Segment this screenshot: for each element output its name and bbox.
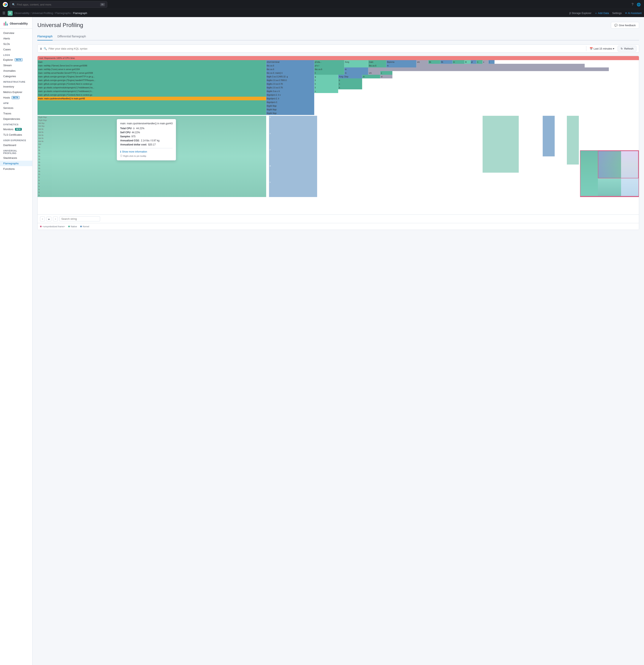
sidebar-item-hosts[interactable]: Hosts BETA xyxy=(0,95,32,100)
elastic-logo-icon[interactable] xyxy=(2,2,8,7)
flame-block[interactable]: main: go.elastic.co/apm/module/apmgin/v2… xyxy=(38,86,266,89)
flame-block[interactable]: libgobject-2. xyxy=(266,100,314,104)
sidebar-item-flamegraphs[interactable]: Flamegraphs xyxy=(0,161,32,166)
nav-up-button[interactable]: ▲ xyxy=(46,216,51,222)
flame-block[interactable]: libgobject-2. li v xyxy=(266,93,314,97)
flame-block[interactable]: main: go.elastic.co/apm/module/apmgin/v2… xyxy=(38,89,266,93)
sidebar-item-cases[interactable]: Cases xyxy=(0,47,32,52)
filter-input[interactable] xyxy=(48,47,585,50)
flame-block-highlighted[interactable]: main: main.cpuIntensiveHandler() in main… xyxy=(38,97,266,100)
flame-block[interactable]: libc.so.6 xyxy=(314,68,344,71)
add-data-link[interactable]: ＋ Add Data xyxy=(595,12,609,15)
flame-block[interactable]: li xyxy=(314,86,338,89)
nav-back-button[interactable]: ‹ xyxy=(40,216,45,222)
filter-icon[interactable]: ⧗ xyxy=(40,47,42,50)
flame-block[interactable]: li xyxy=(314,71,344,75)
sidebar-item-functions[interactable]: Functions xyxy=(0,166,32,172)
flame-block[interactable]: n xyxy=(476,60,483,64)
sidebar-item-metrics-explorer[interactable]: Metrics Explorer xyxy=(0,89,32,95)
sidebar-item-stream[interactable]: Stream xyxy=(0,62,32,68)
flame-block[interactable]: Xorg: Disp xyxy=(338,75,362,78)
tab-flamegraph[interactable]: Flamegraph xyxy=(37,33,53,40)
breadcrumb-observability[interactable]: Observability xyxy=(14,12,30,15)
flame-block[interactable]: pl xyxy=(471,60,477,64)
flame-block[interactable]: li xyxy=(314,82,338,86)
search-input[interactable] xyxy=(17,3,98,6)
sidebar-item-slos[interactable]: SLOs xyxy=(0,41,32,47)
nav-forward-button[interactable]: › xyxy=(53,216,58,222)
tab-differential-flamegraph[interactable]: Differential flamegraph xyxy=(57,33,86,40)
flame-block[interactable] xyxy=(416,64,585,68)
sidebar-item-dashboard[interactable]: Dashboard xyxy=(0,142,32,148)
flame-block[interactable]: main: net/http.(*conn).serve in server.g… xyxy=(38,68,266,71)
flame-block[interactable]: n xyxy=(338,82,362,86)
flame-block[interactable] xyxy=(38,104,266,108)
flame-block[interactable]: libgtk-3.so.0.2405.32: g xyxy=(266,75,314,78)
flame-block[interactable]: pf-s l xyxy=(314,64,344,68)
sidebar-item-monitors[interactable]: Monitors NEW xyxy=(0,127,32,132)
storage-explorer-link[interactable]: β Storage Explorer xyxy=(569,12,591,15)
show-more-information-link[interactable]: ℹ Show more information xyxy=(120,150,173,153)
flame-block[interactable] xyxy=(344,64,368,68)
globe-icon[interactable]: 🌐 xyxy=(636,2,642,7)
ai-assistant-link[interactable]: ✦ AI Assistant xyxy=(625,12,642,15)
flame-block[interactable]: lit xyxy=(465,60,471,64)
flame-block[interactable]: vm xyxy=(368,71,380,75)
flame-block[interactable]: Xorg xyxy=(344,60,368,64)
flame-block[interactable]: libgdk-3.so.c li: xyxy=(266,89,314,93)
sidebar-item-traces[interactable]: Traces xyxy=(0,111,32,116)
flame-block[interactable]: m xyxy=(344,71,368,75)
flame-block[interactable]: lib xyxy=(428,60,441,64)
flame-block[interactable]: libglib-2.0.so.0.7800.0: xyxy=(266,78,314,82)
flame-block[interactable]: main xyxy=(368,60,386,64)
flame-block[interactable]: m xyxy=(362,75,380,78)
flame-block[interactable] xyxy=(368,68,609,71)
flame-block[interactable]: i xyxy=(488,60,494,64)
flame-block[interactable] xyxy=(38,111,266,115)
flame-block[interactable]: libgdk libgc xyxy=(266,111,314,115)
user-avatar[interactable]: D xyxy=(8,11,13,16)
flame-block[interactable]: lib xyxy=(441,60,452,64)
global-search[interactable]: 🔍 ⌘/ xyxy=(10,1,107,8)
flame-block[interactable]: li xyxy=(314,78,338,82)
flame-block[interactable]: vm xyxy=(416,60,428,64)
date-picker[interactable]: 📅 Last 15 minutes ▾ xyxy=(588,47,616,50)
flame-block[interactable]: x xyxy=(483,60,489,64)
sidebar-item-tls-certificates[interactable]: TLS Certificates xyxy=(0,132,32,137)
flame-block[interactable]: vi xyxy=(380,75,392,78)
flame-block[interactable]: pf-ela... xyxy=(314,60,344,64)
flame-block[interactable] xyxy=(38,108,266,111)
flame-block[interactable]: libpixma xyxy=(386,60,416,64)
sidebar-item-dependencies[interactable]: Dependencies xyxy=(0,116,32,122)
flame-block[interactable]: n xyxy=(338,78,362,82)
settings-link[interactable]: Settings xyxy=(612,12,622,15)
breadcrumb-universal-profiling[interactable]: Universal Profiling xyxy=(32,12,53,15)
sidebar-item-inventory[interactable]: Inventory xyxy=(0,84,32,89)
sidebar-item-stacktraces[interactable]: Stacktraces xyxy=(0,155,32,161)
help-icon[interactable]: ? xyxy=(631,2,634,7)
flame-block[interactable]: m xyxy=(452,60,465,64)
flame-block[interactable]: xfce4-terminal xyxy=(266,60,314,64)
flamegraph-root-bar[interactable]: root: Represents 100% of CPU time. xyxy=(38,56,639,60)
breadcrumb-flamegraphs[interactable]: Flamegraphs xyxy=(55,12,71,15)
flame-block[interactable]: libc.so.6 xyxy=(266,68,314,71)
flamegraph-search-input[interactable] xyxy=(59,216,100,222)
flame-block[interactable]: n xyxy=(338,86,362,89)
flame-block[interactable]: m xyxy=(386,64,416,68)
flame-block[interactable]: g xyxy=(314,75,338,78)
sidebar-item-services[interactable]: Services xyxy=(0,105,32,111)
flame-block[interactable] xyxy=(38,100,266,104)
flame-block[interactable]: main xyxy=(38,60,266,64)
flame-block[interactable]: libgobject-2. li xyxy=(266,97,314,100)
flame-block[interactable]: v xyxy=(314,89,338,93)
flame-block[interactable]: m xyxy=(344,68,368,71)
flame-block[interactable]: x xyxy=(380,71,392,75)
flame-block[interactable]: libc.so.6 xyxy=(266,64,314,68)
sidebar-item-alerts[interactable]: Alerts xyxy=(0,36,32,41)
flame-block[interactable]: main: net/http.serverHandler.ServeHTTP()… xyxy=(38,71,266,75)
flame-block[interactable]: main: github.com/gin-gonic/gin.(*Engine)… xyxy=(38,78,266,82)
refresh-button[interactable]: ↻ Refresh xyxy=(618,46,637,52)
flame-block[interactable]: main: github.com/gin-gonic/gin.(*Context… xyxy=(38,93,266,97)
sidebar-item-anomalies[interactable]: Anomalies xyxy=(0,68,32,74)
flame-block[interactable]: libglib-2.0.so.0.78: xyxy=(266,86,314,89)
